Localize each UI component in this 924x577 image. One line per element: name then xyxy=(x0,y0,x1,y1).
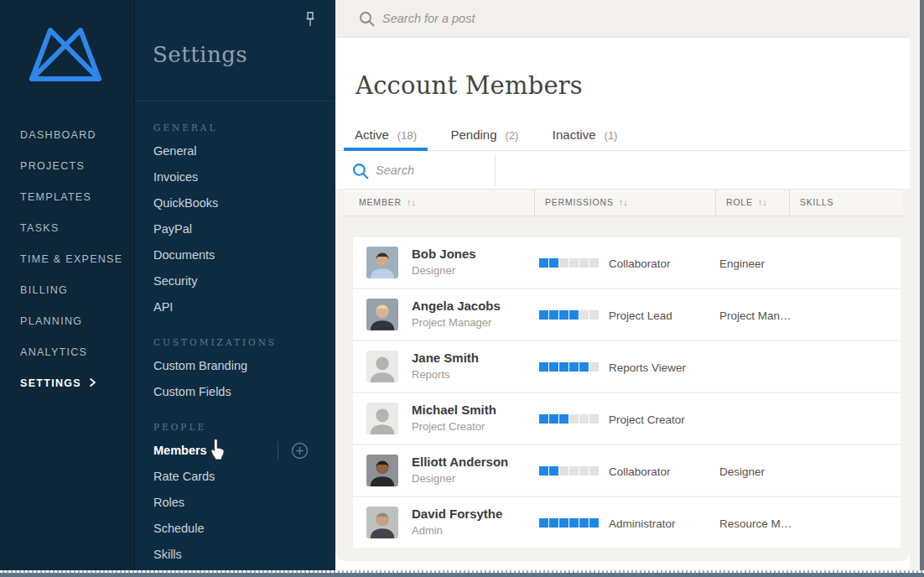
member-row[interactable]: Jane Smith Reports Reports Viewer xyxy=(353,341,901,392)
member-tabs: Active(18) Pending(2) Inactive(1) xyxy=(335,122,910,151)
settings-nav-item-roles[interactable]: Roles xyxy=(153,490,318,516)
member-search-input[interactable] xyxy=(376,159,476,182)
global-search-bar xyxy=(335,0,910,38)
settings-nav-item-custom-branding[interactable]: Custom Branding xyxy=(153,353,318,379)
avatar xyxy=(366,351,398,382)
primary-nav-item-dashboard[interactable]: DASHBOARD xyxy=(0,120,134,151)
settings-section-label: CUSTOMIZATIONS xyxy=(153,337,318,347)
permission-empty-square xyxy=(579,414,589,424)
permissions-cell: Collaborator xyxy=(539,256,671,271)
app-window: DASHBOARD PROJECTS TEMPLATES TASKS TIME … xyxy=(0,0,924,577)
settings-nav-item-members[interactable]: Members xyxy=(153,438,318,464)
column-header-role[interactable]: ROLE↑↓ xyxy=(715,190,789,216)
permission-empty-square xyxy=(589,414,599,424)
member-row[interactable]: David Forsythe Admin Administrator Resou… xyxy=(353,497,901,548)
permission-label: Project Lead xyxy=(609,309,672,322)
tab-pending[interactable]: Pending(2) xyxy=(439,122,529,151)
member-title: Project Creator xyxy=(412,420,485,433)
column-header-permissions[interactable]: PERMISSIONS↑↓ xyxy=(534,190,715,216)
permission-filled-square xyxy=(549,362,558,372)
divider xyxy=(278,441,278,460)
primary-nav-item-settings[interactable]: SETTINGS xyxy=(0,368,134,399)
avatar xyxy=(366,403,398,434)
permission-meter xyxy=(539,308,600,323)
settings-nav-item-rate-cards[interactable]: Rate Cards xyxy=(153,464,318,490)
permissions-cell: Administrator xyxy=(539,516,676,531)
tab-count: (1) xyxy=(605,129,618,142)
member-title: Designer xyxy=(412,264,455,277)
role-cell: Designer xyxy=(719,465,765,478)
primary-nav-item-analytics[interactable]: ANALYTICS xyxy=(0,337,134,368)
avatar xyxy=(366,299,398,330)
primary-nav-item-templates[interactable]: TEMPLATES xyxy=(0,182,134,213)
permission-filled-square xyxy=(539,258,548,268)
permission-filled-square xyxy=(549,258,558,268)
scroll-gutter[interactable] xyxy=(910,0,920,573)
divider xyxy=(495,156,496,186)
add-member-button[interactable] xyxy=(290,441,309,460)
primary-nav-item-billing[interactable]: BILLING xyxy=(0,275,134,306)
settings-nav-item-security[interactable]: Security xyxy=(153,268,318,294)
primary-nav-item-planning[interactable]: PLANNING xyxy=(0,306,134,337)
permission-filled-square xyxy=(539,362,548,372)
settings-nav-item-quickbooks[interactable]: QuickBooks xyxy=(153,190,318,216)
permission-empty-square xyxy=(559,466,568,476)
settings-sections: GENERAL General Invoices QuickBooks PayP… xyxy=(153,117,318,568)
tab-count: (2) xyxy=(506,129,519,142)
permission-filled-square xyxy=(539,466,548,476)
sort-arrows-icon: ↑↓ xyxy=(758,197,767,207)
settings-section-label: PEOPLE xyxy=(153,422,318,432)
permissions-cell: Reports Viewer xyxy=(539,360,686,375)
permission-empty-square xyxy=(559,258,568,268)
mavenlink-logo-icon[interactable] xyxy=(23,23,107,87)
primary-sidebar: DASHBOARD PROJECTS TEMPLATES TASKS TIME … xyxy=(0,0,134,573)
avatar xyxy=(366,247,398,278)
global-search-input[interactable] xyxy=(382,7,852,30)
permission-empty-square xyxy=(579,258,589,268)
permission-filled-square xyxy=(549,466,558,476)
tab-inactive[interactable]: Inactive(1) xyxy=(542,122,629,151)
member-rows: Bob Jones Designer Collaborator Engineer… xyxy=(353,237,901,549)
settings-nav-item-custom-fields[interactable]: Custom Fields xyxy=(153,379,318,405)
column-header-member[interactable]: MEMBER↑↓ xyxy=(344,190,534,216)
search-icon xyxy=(352,163,370,184)
primary-nav-item-tasks[interactable]: TASKS xyxy=(0,213,134,244)
tab-active[interactable]: Active(18) xyxy=(344,122,428,151)
member-row[interactable]: Elliott Anderson Designer Collaborator D… xyxy=(353,445,901,496)
settings-nav-item-skills[interactable]: Skills xyxy=(153,542,318,568)
permission-filled-square xyxy=(549,310,558,320)
permission-filled-square xyxy=(569,310,579,320)
window-edge xyxy=(920,0,924,577)
settings-nav-item-invoices[interactable]: Invoices xyxy=(153,164,318,190)
primary-nav-item-projects[interactable]: PROJECTS xyxy=(0,151,134,182)
role-cell: Resource M… xyxy=(719,517,792,530)
member-name: Bob Jones xyxy=(412,247,476,261)
settings-nav-item-api[interactable]: API xyxy=(153,294,318,320)
primary-nav-item-time-expense[interactable]: TIME & EXPENSE xyxy=(0,244,134,275)
avatar xyxy=(366,455,398,486)
member-search-row xyxy=(335,152,910,189)
window-edge xyxy=(0,573,924,577)
permission-filled-square xyxy=(539,518,548,528)
settings-nav-item-paypal[interactable]: PayPal xyxy=(153,216,318,242)
permission-filled-square xyxy=(549,518,558,528)
member-row[interactable]: Bob Jones Designer Collaborator Engineer xyxy=(353,237,901,288)
permission-empty-square xyxy=(569,258,579,268)
avatar xyxy=(366,507,398,538)
member-row[interactable]: Angela Jacobs Project Manager Project Le… xyxy=(353,289,901,340)
chevron-right-icon xyxy=(89,378,96,390)
settings-nav-item-general[interactable]: General xyxy=(153,138,318,164)
member-row[interactable]: Michael Smith Project Creator Project Cr… xyxy=(353,393,901,444)
member-name: Angela Jacobs xyxy=(412,299,501,313)
pin-icon[interactable] xyxy=(304,11,317,29)
column-header-skills[interactable]: SKILLS xyxy=(789,190,903,216)
permission-filled-square xyxy=(549,414,558,424)
permission-filled-square xyxy=(559,362,568,372)
search-icon xyxy=(359,11,376,31)
page-title: Account Members xyxy=(356,71,583,100)
permission-filled-square xyxy=(569,518,579,528)
settings-nav-item-documents[interactable]: Documents xyxy=(153,242,318,268)
settings-nav-item-schedule[interactable]: Schedule xyxy=(153,516,318,542)
permission-meter xyxy=(539,360,600,375)
permission-filled-square xyxy=(559,414,568,424)
